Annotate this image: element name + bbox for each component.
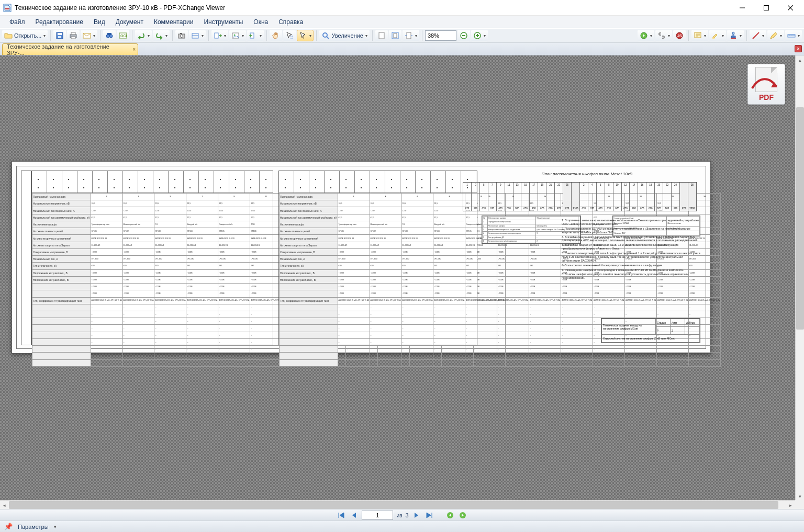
stamp-button[interactable]: ▾	[727, 30, 744, 41]
titlebar: Техническое задание на изготовление ЗРУ-…	[0, 0, 804, 16]
nav-back-button[interactable]	[445, 511, 455, 520]
zoom-out-button[interactable]	[457, 30, 470, 41]
scanner-icon	[191, 31, 199, 40]
select-text-button[interactable]: I▾	[297, 30, 314, 41]
svg-rect-12	[107, 33, 111, 35]
drawing-notes: 1. Вторичные схемы шкафов выполнены на о…	[562, 219, 700, 281]
svg-point-16	[181, 35, 183, 38]
arrow-right-circle-icon	[640, 31, 648, 40]
measure-button[interactable]: ▾	[785, 30, 802, 41]
menu-help[interactable]: Справка	[273, 17, 308, 27]
zoom-tool-button[interactable]: Увеличение▾	[319, 30, 370, 41]
pin-icon[interactable]: 📌	[4, 523, 13, 530]
open-button[interactable]: Открыть...▾	[2, 30, 48, 41]
zoom-value-input[interactable]: 38%	[425, 30, 456, 41]
highlighter-icon	[711, 31, 720, 40]
page-sep-label: из	[396, 512, 402, 518]
export-image-button[interactable]: ▾	[229, 30, 246, 41]
close-button[interactable]	[778, 0, 802, 16]
horizontal-scrollbar[interactable]: ◂ ▸	[0, 500, 795, 509]
save-button[interactable]	[53, 30, 66, 41]
fit-width-button[interactable]: ▾	[403, 30, 419, 41]
send-button[interactable]: ▾	[247, 30, 264, 41]
svg-rect-26	[379, 32, 384, 39]
ocr-button[interactable]: OCR	[117, 30, 129, 41]
draw-arrow-button[interactable]: ▾	[767, 30, 784, 41]
stamp-icon	[729, 31, 738, 40]
menu-windows[interactable]: Окна	[248, 17, 273, 27]
floppy-icon	[55, 31, 64, 40]
magnifier-icon	[321, 31, 330, 40]
select-tool-button[interactable]	[283, 30, 296, 41]
svg-text:JS: JS	[677, 34, 682, 38]
undo-icon	[137, 31, 146, 40]
ruler-icon	[787, 31, 796, 40]
js-button[interactable]: JS	[673, 30, 686, 41]
vertical-scrollbar[interactable]: ▴ ▾	[795, 55, 804, 501]
app-icon	[3, 4, 12, 12]
cursor-select-icon	[285, 31, 294, 40]
menu-comments[interactable]: Комментарии	[149, 17, 199, 27]
svg-rect-5	[58, 36, 61, 38]
menu-view[interactable]: Вид	[88, 17, 110, 27]
svg-rect-8	[71, 37, 75, 39]
draw-line-button[interactable]: ▾	[750, 30, 766, 41]
scan-button[interactable]: ▾	[189, 30, 206, 41]
tabstrip: Техническое задание на изготовление ЗРУ-…	[0, 43, 804, 55]
highlight-button[interactable]: ▾	[709, 30, 726, 41]
document-viewport[interactable]: PDF План расположения шкафов типа Mcset …	[0, 55, 804, 509]
svg-rect-23	[290, 36, 293, 39]
snapshot-button[interactable]	[175, 30, 188, 41]
actual-size-button[interactable]	[375, 30, 388, 41]
next-page-button[interactable]	[412, 511, 421, 520]
svg-rect-28	[394, 33, 397, 38]
nav-home-button[interactable]: ▾	[638, 30, 654, 41]
schedule-panel-section-a: Порядковый номер шкафа135791113151719212…	[31, 171, 273, 345]
menu-file[interactable]: Файл	[4, 17, 30, 27]
scroll-down-button[interactable]: ▾	[796, 492, 804, 501]
prev-page-button[interactable]	[349, 511, 359, 520]
nav-forward-button[interactable]	[458, 511, 467, 520]
hand-tool-button[interactable]	[270, 30, 282, 41]
binoculars-icon	[105, 31, 114, 40]
links-button[interactable]: ▾	[655, 30, 672, 41]
menu-edit[interactable]: Редактирование	[30, 17, 88, 27]
redo-button[interactable]: ▾	[153, 30, 170, 41]
svg-point-25	[323, 33, 327, 37]
fit-page-icon	[391, 31, 399, 40]
export-button[interactable]: ▾	[211, 30, 228, 41]
svg-rect-19	[215, 33, 218, 38]
find-button[interactable]	[103, 30, 116, 41]
tab-close-icon[interactable]: ×	[132, 47, 136, 52]
maximize-button[interactable]	[754, 0, 778, 16]
printer-icon	[69, 31, 77, 40]
comment-text-button[interactable]: ▾	[691, 30, 708, 41]
window-title: Техническое задание на изготовление ЗРУ-…	[15, 4, 730, 12]
first-page-button[interactable]	[337, 511, 346, 520]
minimize-button[interactable]	[730, 0, 754, 16]
last-page-button[interactable]	[425, 511, 434, 520]
scroll-left-button[interactable]: ◂	[0, 501, 9, 509]
zoom-out-icon	[460, 31, 468, 40]
fit-page-button[interactable]	[389, 30, 401, 41]
row-label-column	[21, 171, 31, 345]
email-button[interactable]: ▾	[81, 30, 97, 41]
tabstrip-close-button[interactable]: ×	[795, 45, 802, 52]
zoom-in-button[interactable]: ▾	[471, 30, 488, 41]
send-icon	[249, 31, 258, 40]
svg-rect-36	[712, 38, 714, 39]
menu-document[interactable]: Документ	[110, 17, 149, 27]
undo-button[interactable]: ▾	[135, 30, 152, 41]
scroll-right-button[interactable]: ▸	[786, 501, 795, 509]
status-options[interactable]: Параметры	[18, 524, 49, 530]
scroll-up-button[interactable]: ▴	[796, 55, 804, 64]
svg-rect-7	[71, 32, 75, 35]
document-tab[interactable]: Техническое задание на изготовление ЗРУ-…	[2, 43, 138, 55]
pdf-watermark: PDF	[747, 64, 785, 105]
menu-tools[interactable]: Инструменты	[198, 17, 248, 27]
svg-rect-2	[764, 5, 769, 10]
ocr-icon: OCR	[119, 31, 127, 40]
page-number-input[interactable]	[362, 511, 393, 520]
print-button[interactable]	[67, 30, 80, 41]
pdf-page: План расположения шкафов типа Mcset 10кВ…	[12, 161, 711, 354]
